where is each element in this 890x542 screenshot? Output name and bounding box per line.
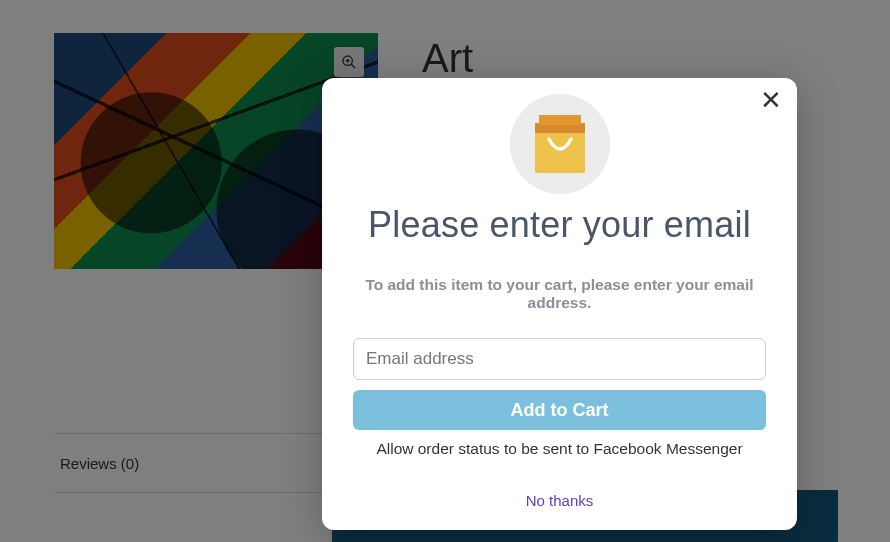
no-thanks-link[interactable]: No thanks	[526, 492, 594, 509]
modal-subtext: To add this item to your cart, please en…	[352, 276, 767, 312]
close-button[interactable]: ✕	[759, 88, 783, 112]
close-icon: ✕	[760, 87, 782, 113]
shopping-bag-icon	[527, 109, 593, 179]
email-field[interactable]	[353, 338, 766, 380]
bag-illustration	[510, 94, 610, 194]
svg-rect-6	[539, 115, 581, 125]
email-modal: ✕ Please enter your email To add this it…	[322, 78, 797, 530]
modal-heading: Please enter your email	[352, 204, 767, 246]
product-page: Art Reviews (0) ✕ Please enter your emai…	[0, 0, 890, 542]
fb-messenger-text: Allow order status to be sent to Faceboo…	[352, 440, 767, 458]
add-to-cart-button[interactable]: Add to Cart	[353, 390, 766, 430]
